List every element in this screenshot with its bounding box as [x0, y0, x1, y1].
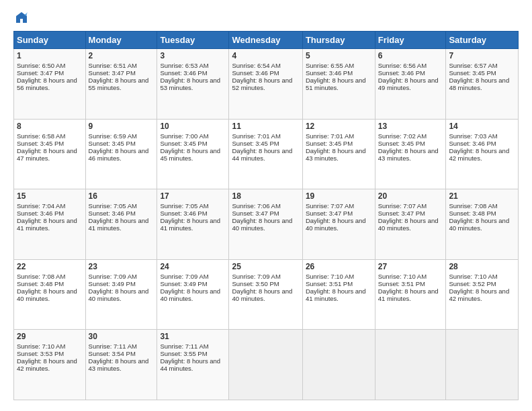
sunrise-text: Sunrise: 6:51 AM [89, 62, 154, 69]
day-number: 17 [160, 191, 226, 201]
calendar-week-row: 8Sunrise: 6:58 AMSunset: 3:45 PMDaylight… [14, 119, 519, 189]
sunrise-text: Sunrise: 7:09 AM [160, 273, 226, 280]
sunrise-text: Sunrise: 7:11 AM [89, 342, 154, 350]
col-tuesday: Tuesday [157, 32, 229, 49]
sunrise-text: Sunrise: 6:50 AM [17, 62, 83, 69]
sunrise-text: Sunrise: 6:58 AM [17, 132, 83, 140]
daylight-text: Daylight: 8 hours and 42 minutes. [449, 287, 515, 302]
table-row: 11Sunrise: 7:01 AMSunset: 3:45 PMDayligh… [229, 119, 302, 189]
daylight-text: Daylight: 8 hours and 40 minutes. [378, 217, 443, 232]
day-number: 21 [449, 191, 515, 201]
day-number: 25 [232, 262, 299, 271]
table-row: 26Sunrise: 7:10 AMSunset: 3:51 PMDayligh… [302, 259, 375, 330]
sunrise-text: Sunrise: 7:01 AM [306, 132, 372, 140]
daylight-text: Daylight: 8 hours and 52 minutes. [232, 77, 299, 91]
page-header [13, 11, 519, 24]
sunset-text: Sunset: 3:46 PM [306, 69, 372, 77]
sunrise-text: Sunrise: 7:05 AM [89, 202, 154, 210]
daylight-text: Daylight: 8 hours and 55 minutes. [89, 77, 154, 91]
table-row: 24Sunrise: 7:09 AMSunset: 3:49 PMDayligh… [157, 259, 229, 330]
daylight-text: Daylight: 8 hours and 41 minutes. [378, 287, 443, 302]
day-number: 4 [232, 51, 299, 60]
day-number: 1 [17, 51, 83, 60]
sunrise-text: Sunrise: 7:03 AM [449, 132, 515, 140]
calendar-week-row: 29Sunrise: 7:10 AMSunset: 3:53 PMDayligh… [14, 330, 519, 400]
calendar-week-row: 15Sunrise: 7:04 AMSunset: 3:46 PMDayligh… [14, 189, 519, 260]
col-sunday: Sunday [14, 32, 86, 49]
sunset-text: Sunset: 3:45 PM [378, 140, 443, 147]
daylight-text: Daylight: 8 hours and 47 minutes. [17, 147, 83, 162]
col-wednesday: Wednesday [229, 32, 302, 49]
day-number: 6 [378, 51, 443, 60]
calendar-week-row: 1Sunrise: 6:50 AMSunset: 3:47 PMDaylight… [14, 49, 519, 120]
daylight-text: Daylight: 8 hours and 49 minutes. [378, 77, 443, 91]
day-number: 19 [306, 191, 372, 201]
daylight-text: Daylight: 8 hours and 40 minutes. [89, 287, 154, 302]
daylight-text: Daylight: 8 hours and 41 minutes. [160, 217, 226, 232]
calendar-page: Sunday Monday Tuesday Wednesday Thursday… [0, 0, 532, 411]
day-number: 16 [89, 191, 154, 201]
sunset-text: Sunset: 3:51 PM [306, 280, 372, 287]
day-number: 30 [89, 332, 154, 341]
sunrise-text: Sunrise: 6:59 AM [89, 132, 154, 140]
sunset-text: Sunset: 3:45 PM [232, 140, 299, 147]
daylight-text: Daylight: 8 hours and 41 minutes. [89, 217, 154, 232]
sunset-text: Sunset: 3:52 PM [449, 280, 515, 287]
calendar-week-row: 22Sunrise: 7:08 AMSunset: 3:48 PMDayligh… [14, 259, 519, 330]
calendar-body: 1Sunrise: 6:50 AMSunset: 3:47 PMDaylight… [14, 49, 519, 400]
table-row: 3Sunrise: 6:53 AMSunset: 3:46 PMDaylight… [157, 49, 229, 120]
sunset-text: Sunset: 3:49 PM [160, 280, 226, 287]
sunset-text: Sunset: 3:46 PM [449, 140, 515, 147]
sunrise-text: Sunrise: 7:10 AM [306, 273, 372, 280]
sunset-text: Sunset: 3:47 PM [89, 69, 154, 77]
sunrise-text: Sunrise: 6:57 AM [449, 62, 515, 69]
logo [13, 11, 28, 24]
sunset-text: Sunset: 3:51 PM [378, 280, 443, 287]
daylight-text: Daylight: 8 hours and 40 minutes. [306, 217, 372, 232]
sunrise-text: Sunrise: 7:05 AM [160, 202, 226, 210]
table-row: 4Sunrise: 6:54 AMSunset: 3:46 PMDaylight… [229, 49, 302, 120]
table-row: 30Sunrise: 7:11 AMSunset: 3:54 PMDayligh… [85, 330, 157, 400]
sunrise-text: Sunrise: 7:08 AM [449, 202, 515, 210]
daylight-text: Daylight: 8 hours and 40 minutes. [160, 287, 226, 302]
table-row: 14Sunrise: 7:03 AMSunset: 3:46 PMDayligh… [446, 119, 519, 189]
sunset-text: Sunset: 3:54 PM [89, 350, 154, 357]
day-number: 5 [306, 51, 372, 60]
sunset-text: Sunset: 3:47 PM [232, 210, 299, 217]
header-row: Sunday Monday Tuesday Wednesday Thursday… [14, 32, 519, 49]
sunset-text: Sunset: 3:46 PM [160, 210, 226, 217]
table-row: 5Sunrise: 6:55 AMSunset: 3:46 PMDaylight… [302, 49, 375, 120]
table-row: 19Sunrise: 7:07 AMSunset: 3:47 PMDayligh… [302, 189, 375, 260]
sunrise-text: Sunrise: 7:00 AM [160, 132, 226, 140]
sunset-text: Sunset: 3:53 PM [17, 350, 83, 357]
day-number: 24 [160, 262, 226, 271]
table-row: 6Sunrise: 6:56 AMSunset: 3:46 PMDaylight… [375, 49, 446, 120]
daylight-text: Daylight: 8 hours and 51 minutes. [306, 77, 372, 91]
col-monday: Monday [85, 32, 157, 49]
sunrise-text: Sunrise: 6:54 AM [232, 62, 299, 69]
sunrise-text: Sunrise: 7:07 AM [378, 202, 443, 210]
table-row [375, 330, 446, 400]
sunset-text: Sunset: 3:46 PM [378, 69, 443, 77]
daylight-text: Daylight: 8 hours and 43 minutes. [378, 147, 443, 162]
day-number: 22 [17, 262, 83, 271]
day-number: 9 [89, 122, 154, 131]
sunrise-text: Sunrise: 6:55 AM [306, 62, 372, 69]
daylight-text: Daylight: 8 hours and 43 minutes. [89, 357, 154, 372]
daylight-text: Daylight: 8 hours and 42 minutes. [449, 147, 515, 162]
daylight-text: Daylight: 8 hours and 56 minutes. [17, 77, 83, 91]
day-number: 18 [232, 191, 299, 201]
daylight-text: Daylight: 8 hours and 41 minutes. [17, 217, 83, 232]
day-number: 29 [17, 332, 83, 341]
sunrise-text: Sunrise: 7:02 AM [378, 132, 443, 140]
table-row: 22Sunrise: 7:08 AMSunset: 3:48 PMDayligh… [14, 259, 86, 330]
table-row: 7Sunrise: 6:57 AMSunset: 3:45 PMDaylight… [446, 49, 519, 120]
sunrise-text: Sunrise: 7:08 AM [17, 273, 83, 280]
sunset-text: Sunset: 3:50 PM [232, 280, 299, 287]
table-row: 8Sunrise: 6:58 AMSunset: 3:45 PMDaylight… [14, 119, 86, 189]
sunrise-text: Sunrise: 7:04 AM [17, 202, 83, 210]
table-row: 31Sunrise: 7:11 AMSunset: 3:55 PMDayligh… [157, 330, 229, 400]
table-row: 12Sunrise: 7:01 AMSunset: 3:45 PMDayligh… [302, 119, 375, 189]
sunrise-text: Sunrise: 6:56 AM [378, 62, 443, 69]
calendar-header: Sunday Monday Tuesday Wednesday Thursday… [14, 32, 519, 49]
